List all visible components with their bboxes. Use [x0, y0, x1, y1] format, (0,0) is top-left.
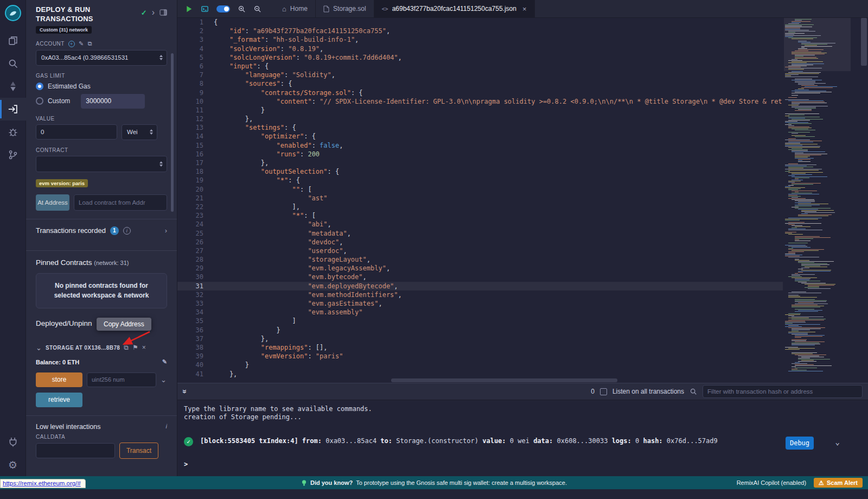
plugin-manager-icon[interactable]	[0, 431, 26, 453]
code-line[interactable]: 23 "*": [	[177, 211, 783, 220]
zoom-in-icon[interactable]	[238, 5, 246, 13]
copilot-status[interactable]: RemixAI Copilot (enabled)	[737, 479, 806, 486]
code-line[interactable]: 22 ],	[177, 203, 783, 211]
add-account-icon[interactable]: +	[68, 41, 75, 47]
retrieve-function-button[interactable]: retrieve	[36, 393, 82, 407]
code-line[interactable]: 38 "remappings": [],	[177, 343, 783, 352]
code-line[interactable]: 31 "evm.deployedBytecode",	[177, 282, 783, 290]
tab-home[interactable]: ⌂ Home	[275, 0, 316, 17]
contract-spinner-icon[interactable]	[159, 161, 163, 167]
expand-panel-icon[interactable]: ›	[152, 8, 155, 17]
editor-horizontal-scrollbar[interactable]	[391, 378, 781, 382]
code-line[interactable]: 34 "evm.assembly"	[177, 308, 783, 317]
code-line[interactable]: 5 "solcLongVersion": "0.8.19+commit.7dd6…	[177, 53, 783, 62]
solidity-compiler-icon[interactable]	[0, 75, 26, 98]
expand-log-icon[interactable]: ⌄	[835, 438, 840, 446]
store-args-input[interactable]	[87, 372, 156, 387]
code-line[interactable]: 28 "storageLayout",	[177, 255, 783, 264]
terminal-prompt[interactable]: >	[184, 460, 868, 468]
code-line[interactable]: 10 "content": "// SPDX-License-Identifie…	[177, 97, 783, 106]
at-address-button[interactable]: At Address	[36, 194, 69, 211]
unit-spinner-icon[interactable]	[150, 129, 153, 135]
code-line[interactable]: 30 "evm.bytecode",	[177, 273, 783, 281]
edit-balance-icon[interactable]: ✎	[162, 359, 167, 365]
transact-button[interactable]: Transact	[119, 443, 158, 459]
code-line[interactable]: 33 "evm.gasEstimates",	[177, 299, 783, 308]
code-line[interactable]: 4 "solcVersion": "0.8.19",	[177, 45, 783, 53]
listen-checkbox[interactable]	[600, 388, 607, 395]
code-line[interactable]: 41 },	[177, 370, 783, 378]
minimap[interactable]	[784, 18, 851, 376]
code-line[interactable]: 27 "userdoc",	[177, 247, 783, 255]
value-input[interactable]	[36, 124, 117, 140]
tab-build-info-json[interactable]: <> a69b43f277ba20fcac141151250ca755.json…	[374, 0, 535, 17]
code-line[interactable]: 15 "enabled": false,	[177, 141, 783, 150]
edit-account-icon[interactable]: ✎	[79, 41, 84, 47]
scam-alert-badge[interactable]: ⚠ Scam Alert	[814, 478, 863, 488]
collapse-terminal-icon[interactable]: »	[181, 389, 189, 394]
zoom-out-icon[interactable]	[253, 5, 261, 13]
copy-account-icon[interactable]: ⧉	[88, 41, 92, 47]
run-script-icon[interactable]	[185, 5, 193, 13]
search-icon[interactable]	[0, 52, 26, 75]
code-line[interactable]: 25 "metadata",	[177, 229, 783, 238]
expand-transactions-icon[interactable]: ›	[165, 226, 167, 235]
code-line[interactable]: 21 "ast"	[177, 194, 783, 203]
contract-select[interactable]	[36, 156, 167, 172]
code-line[interactable]: 16 "runs": 200	[177, 150, 783, 159]
editor-toggle[interactable]	[216, 5, 230, 12]
value-unit-select[interactable]: Wei	[122, 124, 157, 140]
code-line[interactable]: 2 "id": "a69b43f277ba20fcac141151250ca75…	[177, 27, 783, 35]
debugger-icon[interactable]	[0, 121, 26, 143]
code-line[interactable]: 32 "evm.methodIdentifiers",	[177, 290, 783, 299]
editor-code[interactable]: 1{2 "id": "a69b43f277ba20fcac141151250ca…	[177, 18, 783, 377]
code-line[interactable]: 14 "optimizer": {	[177, 132, 783, 141]
code-line[interactable]: 11 }	[177, 106, 783, 115]
code-line[interactable]: 6 "input": {	[177, 62, 783, 71]
code-line[interactable]: 36 }	[177, 326, 783, 334]
code-line[interactable]: 7 "language": "Solidity",	[177, 71, 783, 79]
debug-button[interactable]: Debug	[786, 437, 814, 450]
close-tab-icon[interactable]: ×	[522, 5, 527, 13]
code-line[interactable]: 17 },	[177, 159, 783, 167]
source-control-icon[interactable]	[0, 143, 26, 166]
filter-input[interactable]	[703, 385, 863, 398]
code-line[interactable]: 39 "evmVersion": "paris"	[177, 352, 783, 361]
code-line[interactable]: 8 "sources": {	[177, 79, 783, 88]
code-line[interactable]: 19 "*": {	[177, 176, 783, 185]
code-line[interactable]: 29 "evm.legacyAssembly",	[177, 264, 783, 273]
code-line[interactable]: 18 "outputSelection": {	[177, 167, 783, 176]
editor-vertical-scrollbar[interactable]	[861, 18, 867, 376]
account-select[interactable]: 0xA03...85ac4 (0.39866531531	[36, 50, 167, 66]
at-address-input[interactable]	[74, 194, 167, 211]
custom-gas-input[interactable]	[81, 94, 145, 109]
code-line[interactable]: 37 },	[177, 334, 783, 343]
estimated-gas-radio[interactable]	[36, 83, 43, 90]
account-spinner-icon[interactable]	[159, 55, 163, 60]
info-icon[interactable]: i	[123, 227, 131, 235]
pin-panel-icon[interactable]	[159, 9, 167, 16]
code-line[interactable]: 24 "abi",	[177, 220, 783, 229]
remix-logo-icon[interactable]	[4, 4, 22, 22]
low-level-info-icon[interactable]: i	[166, 424, 167, 429]
code-line[interactable]: 26 "devdoc",	[177, 238, 783, 247]
scenario-check-icon[interactable]: ✓	[141, 9, 147, 17]
code-line[interactable]: 13 "settings": {	[177, 123, 783, 132]
transaction-log-row[interactable]: ✓ [block:5583405 txIndex:4] from: 0xa03.…	[184, 437, 868, 446]
file-explorer-icon[interactable]	[0, 29, 26, 52]
settings-gear-icon[interactable]: ⚙	[0, 453, 26, 476]
code-line[interactable]: 35 ]	[177, 317, 783, 325]
store-function-button[interactable]: store	[36, 372, 82, 387]
code-line[interactable]: 12 },	[177, 115, 783, 123]
panel-scrollbar[interactable]	[171, 53, 174, 212]
custom-gas-radio[interactable]	[36, 97, 43, 105]
code-line[interactable]: 20 "": [	[177, 185, 783, 194]
code-line[interactable]: 40 }	[177, 361, 783, 369]
tab-storage-sol[interactable]: Storage.sol	[316, 0, 374, 17]
collapse-contract-icon[interactable]: ⌄	[36, 344, 42, 352]
code-line[interactable]: 9 "contracts/Storage.sol": {	[177, 89, 783, 97]
calldata-input[interactable]	[36, 443, 115, 458]
code-line[interactable]: 3 "_format": "hh-sol-build-info-1",	[177, 35, 783, 44]
deploy-run-icon[interactable]	[0, 98, 26, 121]
script-config-icon[interactable]	[201, 5, 209, 13]
